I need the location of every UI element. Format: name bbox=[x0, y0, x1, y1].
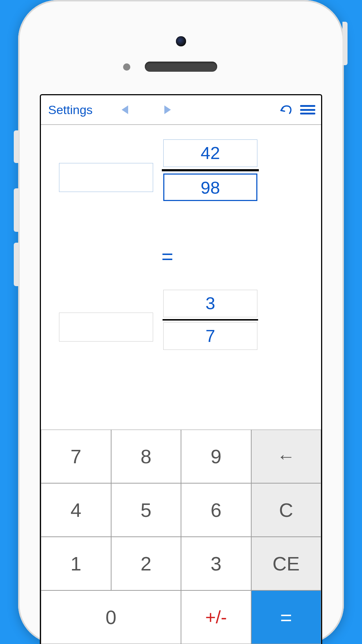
key-equals[interactable]: = bbox=[251, 590, 321, 644]
key-9[interactable]: 9 bbox=[181, 430, 251, 483]
result-whole-field bbox=[59, 313, 153, 342]
key-3[interactable]: 3 bbox=[181, 537, 251, 590]
key-2[interactable]: 2 bbox=[111, 537, 181, 590]
phone-volume-down bbox=[14, 243, 19, 286]
result-fraction-row: 3 7 bbox=[59, 290, 257, 350]
key-plus-minus[interactable]: +/- bbox=[181, 590, 251, 644]
key-6[interactable]: 6 bbox=[181, 483, 251, 537]
toolbar: Settings bbox=[41, 95, 321, 125]
key-7[interactable]: 7 bbox=[41, 430, 111, 483]
key-8[interactable]: 8 bbox=[111, 430, 181, 483]
key-clear-entry[interactable]: CE bbox=[251, 537, 321, 590]
equals-symbol: = bbox=[161, 244, 173, 268]
app-screen: Settings 42 98 bbox=[40, 94, 322, 644]
input-whole-field[interactable] bbox=[59, 163, 153, 192]
phone-mute-switch bbox=[14, 130, 19, 163]
phone-power-button bbox=[342, 22, 348, 65]
fraction-bar bbox=[163, 319, 258, 321]
input-denominator-field[interactable]: 98 bbox=[163, 173, 257, 201]
settings-button[interactable]: Settings bbox=[48, 103, 93, 117]
input-fraction: 42 98 bbox=[163, 139, 257, 201]
keypad: 7 8 9 ← 4 5 6 C 1 2 3 CE 0 +/- = bbox=[41, 430, 321, 644]
key-5[interactable]: 5 bbox=[111, 483, 181, 537]
phone-camera bbox=[176, 36, 186, 46]
key-0[interactable]: 0 bbox=[41, 590, 181, 644]
key-1[interactable]: 1 bbox=[41, 537, 111, 590]
input-fraction-row: 42 98 bbox=[59, 139, 257, 201]
work-area: 42 98 = 3 7 bbox=[41, 125, 321, 430]
key-backspace[interactable]: ← bbox=[251, 430, 321, 483]
phone-volume-up bbox=[14, 188, 19, 232]
key-clear[interactable]: C bbox=[251, 483, 321, 537]
phone-frame: Settings 42 98 bbox=[18, 0, 344, 644]
key-4[interactable]: 4 bbox=[41, 483, 111, 537]
result-numerator: 3 bbox=[163, 290, 257, 317]
next-icon[interactable] bbox=[164, 105, 171, 114]
result-fraction: 3 7 bbox=[163, 290, 257, 350]
previous-icon[interactable] bbox=[122, 105, 128, 114]
result-denominator: 7 bbox=[163, 322, 257, 350]
phone-sensor bbox=[123, 63, 130, 71]
fraction-bar bbox=[162, 169, 259, 171]
undo-icon[interactable] bbox=[279, 103, 294, 117]
menu-icon[interactable] bbox=[300, 105, 315, 114]
phone-speaker bbox=[145, 62, 217, 72]
nav-arrows bbox=[122, 105, 171, 114]
input-numerator-field[interactable]: 42 bbox=[163, 139, 257, 167]
